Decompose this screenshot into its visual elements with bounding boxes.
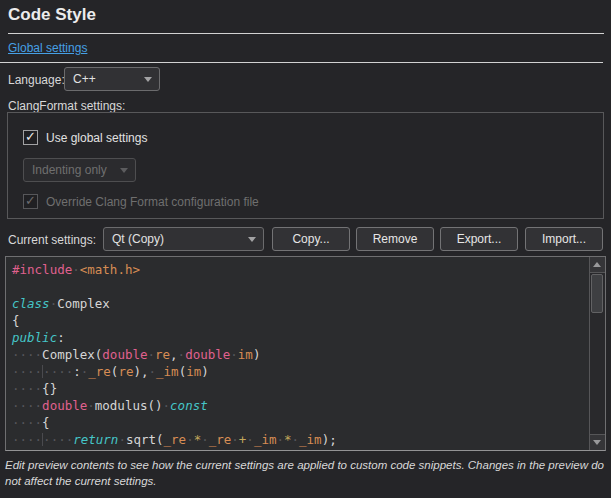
code-token-pun: {} xyxy=(42,381,57,396)
language-dropdown[interactable]: C++ xyxy=(64,67,160,91)
code-line: ····{} xyxy=(12,380,585,397)
title-separator xyxy=(8,33,604,34)
vertical-scrollbar[interactable] xyxy=(589,257,605,450)
code-line: #include·<math.h> xyxy=(12,261,585,278)
checkbox-checked-icon[interactable]: ✓ xyxy=(23,130,38,145)
arrow-up-icon xyxy=(593,262,601,267)
code-line: ········return·sqrt(_re·*·_re·+·_im·*·_i… xyxy=(12,431,585,448)
clangformat-groupbox: ✓ Use global settings Indenting only ✓ O… xyxy=(7,112,604,219)
code-token-fn: sqrt xyxy=(126,432,156,447)
code-token-pun: ) xyxy=(201,364,209,379)
code-token-pun: : xyxy=(73,364,81,379)
code-preview-editor[interactable]: #include·<math.h>class·Complex{public:··… xyxy=(5,256,606,451)
language-label: Language: xyxy=(8,73,65,87)
use-global-settings-checkbox[interactable]: ✓ Use global settings xyxy=(23,130,147,145)
footer-note: Edit preview contents to see how the cur… xyxy=(5,458,606,489)
code-style-settings-page: { "colors": { "page_background": "#25252… xyxy=(0,0,611,498)
code-token-pun: ); xyxy=(322,432,337,447)
code-token-pun: { xyxy=(42,415,50,430)
code-token-pun: ), xyxy=(133,364,148,379)
code-token-pun: ) xyxy=(253,347,261,362)
code-token-ws: · xyxy=(292,432,300,447)
code-token-type: double xyxy=(102,347,147,362)
scrollbar-thumb[interactable] xyxy=(591,274,603,313)
code-token-id: _re xyxy=(209,432,232,447)
code-token-pun: Complex( xyxy=(42,347,102,362)
code-token-id: re xyxy=(118,364,133,379)
scroll-down-button[interactable] xyxy=(590,434,605,450)
code-line xyxy=(12,278,585,295)
code-token-id: _im xyxy=(299,432,322,447)
override-clang-format-label: Override Clang Format configuration file xyxy=(46,195,259,209)
code-token-ws: · xyxy=(276,432,284,447)
code-token-kw: const xyxy=(170,398,208,413)
scroll-up-button[interactable] xyxy=(590,257,605,273)
code-token-ws: ···· xyxy=(43,432,73,447)
code-line: ····double·modulus()·const xyxy=(12,397,585,414)
code-token-pun: () xyxy=(147,398,162,413)
code-token-ws: ···· xyxy=(12,432,42,447)
global-settings-link[interactable]: Global settings xyxy=(8,41,87,55)
code-token-ws: · xyxy=(163,398,171,413)
language-dropdown-value: C++ xyxy=(73,72,96,86)
code-line: ····{ xyxy=(12,414,585,431)
code-token-ws: ···· xyxy=(12,415,42,430)
checkbox-checked-icon[interactable]: ✓ xyxy=(23,194,38,209)
chevron-down-icon xyxy=(248,237,256,242)
code-token-id: _im xyxy=(156,364,179,379)
code-token-ws: ···· xyxy=(12,398,42,413)
code-token-kw: return xyxy=(73,432,118,447)
indenting-mode-dropdown[interactable]: Indenting only xyxy=(23,158,136,182)
code-token-ws: · xyxy=(149,364,157,379)
code-token-ws: · xyxy=(231,432,239,447)
code-token-ws: · xyxy=(230,347,238,362)
code-token-ws: · xyxy=(118,432,126,447)
chevron-down-icon xyxy=(144,77,152,82)
code-token-id: re xyxy=(155,347,170,362)
code-token-ws: ···· xyxy=(12,381,42,396)
indenting-mode-dropdown-value: Indenting only xyxy=(32,163,107,177)
code-token-ws: · xyxy=(201,432,209,447)
code-line: public: xyxy=(12,329,585,346)
code-token-pun: Complex xyxy=(57,296,110,311)
code-token-ws: · xyxy=(186,432,194,447)
override-clang-format-checkbox[interactable]: ✓ Override Clang Format configuration fi… xyxy=(23,194,259,209)
code-token-pun: : xyxy=(57,330,65,345)
code-token-ws: · xyxy=(178,347,186,362)
code-token-ws: · xyxy=(87,398,95,413)
arrow-down-icon xyxy=(593,440,601,445)
export-button[interactable]: Export... xyxy=(440,227,518,251)
code-token-pun: { xyxy=(12,313,20,328)
code-token-type: double xyxy=(185,347,230,362)
code-line: ········:·_re(re),·_im(im) xyxy=(12,363,585,380)
code-token-pp: #include xyxy=(12,262,72,277)
chevron-down-icon xyxy=(120,168,128,173)
code-token-ws: ···· xyxy=(12,347,42,362)
remove-button[interactable]: Remove xyxy=(356,227,434,251)
current-settings-dropdown-value: Qt (Copy) xyxy=(112,232,164,246)
code-token-inc: <math.h> xyxy=(80,262,140,277)
code-token-id: _im xyxy=(254,432,277,447)
code-token-kw: class xyxy=(12,296,50,311)
header-separator xyxy=(0,62,603,63)
code-token-ws: ···· xyxy=(43,364,73,379)
code-token-ws: · xyxy=(246,432,254,447)
code-token-type: double xyxy=(42,398,87,413)
use-global-settings-label: Use global settings xyxy=(46,131,147,145)
copy-button[interactable]: Copy... xyxy=(272,227,350,251)
code-token-id: _re xyxy=(164,432,187,447)
code-token-ws: · xyxy=(147,347,155,362)
code-token-ws: · xyxy=(72,262,80,277)
code-token-id: im xyxy=(186,364,201,379)
current-settings-label: Current settings: xyxy=(8,233,96,247)
current-settings-dropdown[interactable]: Qt (Copy) xyxy=(103,227,264,251)
page-title: Code Style xyxy=(8,5,96,25)
code-token-pun: ( xyxy=(156,432,164,447)
import-button[interactable]: Import... xyxy=(525,227,603,251)
code-line: ····Complex(double·re,·double·im) xyxy=(12,346,585,363)
code-token-pun: , xyxy=(170,347,178,362)
code-token-ws: ···· xyxy=(12,364,42,379)
code-line: { xyxy=(12,312,585,329)
code-token-fn: modulus xyxy=(95,398,148,413)
code-token-id: im xyxy=(238,347,253,362)
